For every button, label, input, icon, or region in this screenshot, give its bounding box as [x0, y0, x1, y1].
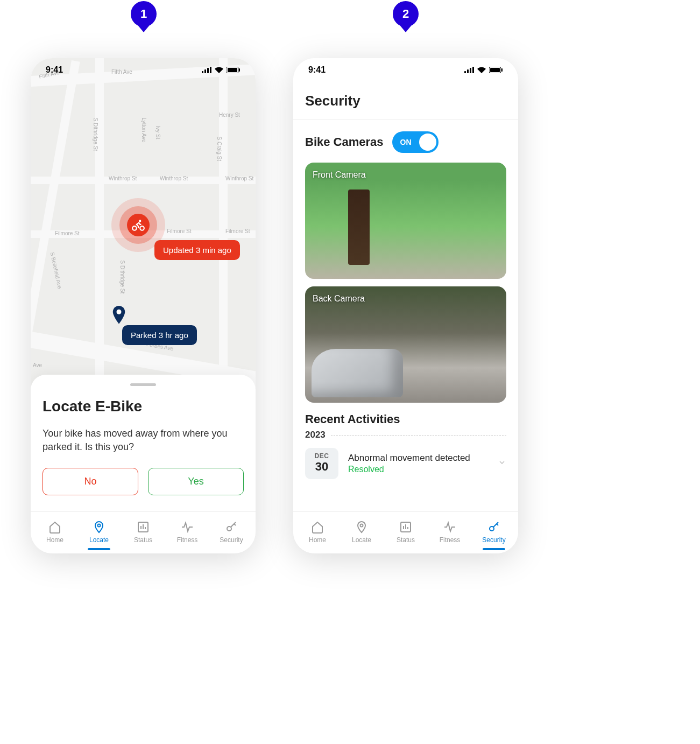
svg-point-0	[132, 226, 137, 230]
tab-label: Security	[482, 536, 505, 544]
camera-label: Back Camera	[313, 294, 365, 304]
svg-rect-18	[464, 71, 466, 73]
location-update-tag: Updated 3 min ago	[154, 240, 240, 260]
svg-rect-21	[472, 67, 474, 73]
svg-point-25	[360, 524, 363, 527]
activity-day: 30	[305, 460, 338, 474]
street-label: S Dithridge St	[93, 118, 98, 151]
svg-line-17	[234, 524, 236, 525]
callout-marker-1: 1	[131, 1, 157, 27]
status-time: 9:41	[308, 65, 326, 75]
sheet-body: Your bike has moved away from where you …	[43, 427, 244, 454]
svg-point-30	[490, 527, 494, 531]
svg-rect-23	[490, 68, 500, 72]
street-label: Lytton Ave	[141, 118, 147, 143]
svg-line-32	[497, 524, 498, 525]
svg-point-1	[140, 226, 144, 230]
svg-rect-3	[202, 71, 203, 73]
cellular-icon	[202, 67, 211, 73]
yes-button[interactable]: Yes	[148, 468, 244, 495]
tab-label: Status	[397, 536, 415, 544]
street-label: Ave	[33, 362, 42, 368]
tab-bar: Home Locate Status Fitness Security	[293, 511, 518, 553]
activity-date-chip: DEC 30	[305, 448, 338, 479]
street-label: Winthrop St	[109, 176, 137, 181]
tab-label: Home	[46, 536, 63, 544]
tab-label: Locate	[89, 536, 109, 544]
tab-home[interactable]: Home	[33, 520, 77, 544]
street-label: S Bellefield Ave	[50, 251, 63, 289]
battery-icon	[227, 67, 241, 73]
tab-fitness[interactable]: Fitness	[428, 520, 472, 544]
tab-label: Home	[309, 536, 326, 544]
locate-bottom-sheet[interactable]: Locate E-Bike Your bike has moved away f…	[31, 375, 256, 511]
svg-rect-8	[228, 68, 237, 72]
street-label: S Craig St	[216, 137, 222, 162]
callout-marker-2: 2	[393, 1, 419, 27]
wifi-icon	[477, 67, 486, 73]
callout-number: 1	[140, 7, 147, 21]
phone-locate: Fifth Ave Fifth Ave Henry St S Dithridge…	[31, 58, 256, 553]
tab-security[interactable]: Security	[209, 520, 253, 544]
home-icon	[310, 520, 324, 534]
activity-title: Abnormal movement detected	[348, 453, 488, 464]
tab-security[interactable]: Security	[472, 520, 516, 544]
tab-label: Fitness	[177, 536, 198, 544]
street-label: S Dithridge St	[119, 261, 125, 294]
parked-location-marker[interactable]	[111, 306, 126, 327]
activity-status: Resolved	[348, 465, 488, 474]
svg-rect-19	[467, 69, 469, 73]
recent-activities-title: Recent Activities	[305, 412, 506, 426]
tab-locate[interactable]: Locate	[340, 520, 384, 544]
street-label: Filmore St	[225, 228, 250, 234]
fitness-icon	[443, 520, 457, 534]
no-button[interactable]: No	[43, 468, 138, 495]
back-camera-card[interactable]: Back Camera	[305, 286, 506, 403]
page-title: Security	[293, 82, 518, 120]
activity-month: DEC	[305, 452, 338, 460]
tab-locate[interactable]: Locate	[77, 520, 121, 544]
parked-tag: Parked 3 hr ago	[122, 325, 197, 345]
street-label: Ivy St	[155, 126, 161, 139]
activities-year: 2023	[305, 430, 326, 440]
tab-bar: Home Locate Status Fitness Security	[31, 511, 256, 553]
tab-status[interactable]: Status	[384, 520, 428, 544]
activity-item[interactable]: DEC 30 Abnormal movement detected Resolv…	[305, 448, 506, 479]
svg-rect-20	[470, 68, 471, 73]
street-label: Filmore St	[55, 230, 80, 236]
front-camera-card[interactable]: Front Camera	[305, 163, 506, 279]
tab-home[interactable]: Home	[295, 520, 340, 544]
wifi-icon	[215, 67, 223, 73]
svg-point-2	[117, 310, 122, 314]
svg-point-15	[227, 527, 231, 531]
status-icon	[399, 520, 413, 534]
phone-security: 9:41 Security Bike Cameras ON Front Came…	[293, 58, 518, 553]
camera-label: Front Camera	[313, 170, 366, 180]
status-bar: 9:41	[31, 58, 256, 82]
tab-label: Locate	[352, 536, 371, 544]
toggle-label: ON	[400, 138, 412, 146]
tab-fitness[interactable]: Fitness	[165, 520, 209, 544]
pin-icon	[111, 306, 126, 325]
callout-number: 2	[402, 7, 409, 21]
svg-rect-4	[204, 69, 206, 73]
street-label: Filmore St	[167, 228, 192, 234]
divider	[331, 435, 506, 436]
svg-rect-24	[501, 68, 503, 72]
home-icon	[48, 520, 62, 534]
fitness-icon	[180, 520, 194, 534]
status-time: 9:41	[46, 65, 63, 75]
cellular-icon	[464, 67, 474, 73]
cameras-section-title: Bike Cameras	[305, 135, 384, 149]
sheet-grabber[interactable]	[130, 383, 156, 386]
street-label: Henry St	[219, 112, 240, 118]
status-bar: 9:41	[293, 58, 518, 82]
status-icon	[136, 520, 150, 534]
cameras-toggle[interactable]: ON	[392, 131, 439, 153]
street-label: Winthrop St	[160, 176, 188, 181]
chevron-down-icon	[498, 458, 506, 469]
svg-rect-5	[207, 68, 209, 73]
security-icon	[487, 520, 501, 534]
svg-point-10	[98, 524, 101, 527]
tab-status[interactable]: Status	[121, 520, 165, 544]
